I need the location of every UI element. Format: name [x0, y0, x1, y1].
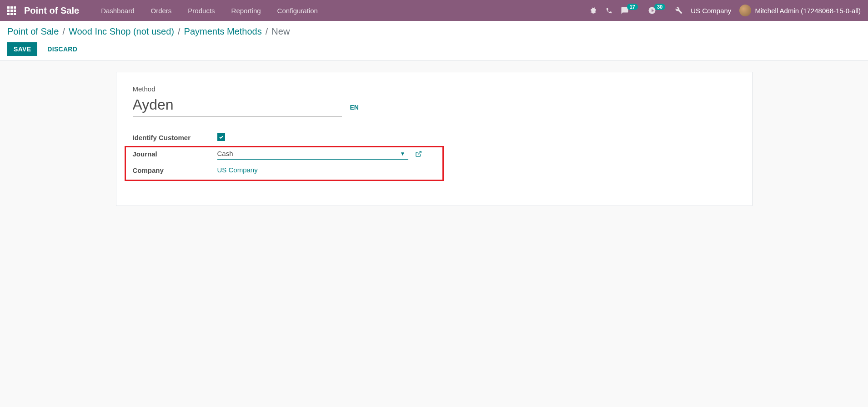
messages-badge: 17 [627, 4, 638, 10]
svg-line-0 [418, 151, 421, 154]
journal-label: Journal [133, 146, 217, 162]
nav-orders[interactable]: Orders [143, 7, 180, 15]
breadcrumb-sep: / [176, 26, 182, 37]
brand-title[interactable]: Point of Sale [24, 5, 79, 16]
activities-badge: 30 [654, 4, 665, 10]
debug-icon[interactable] [589, 6, 597, 15]
method-field-label: Method [133, 85, 736, 93]
breadcrumb-sep: / [264, 26, 270, 37]
caret-down-icon[interactable]: ▼ [400, 151, 406, 157]
user-menu[interactable]: Mitchell Admin (17248068-15-0-all) [739, 5, 861, 16]
save-button[interactable]: Save [7, 42, 37, 56]
form-sheet: Method EN Identify Customer Journal [116, 72, 753, 206]
breadcrumb: Point of Sale / Wood Inc Shop (not used)… [7, 26, 861, 37]
form-container: Method EN Identify Customer Journal [0, 61, 868, 217]
breadcrumb-current: New [271, 26, 290, 37]
discard-button[interactable]: Discard [43, 42, 82, 56]
activities-icon[interactable]: 30 [648, 6, 667, 15]
breadcrumb-shop[interactable]: Wood Inc Shop (not used) [69, 26, 174, 37]
nav-menu: Dashboard Orders Products Reporting Conf… [93, 7, 326, 15]
top-navbar: Point of Sale Dashboard Orders Products … [0, 0, 868, 21]
breadcrumb-payment-methods[interactable]: Payments Methods [184, 26, 262, 37]
phone-icon[interactable] [606, 7, 612, 14]
avatar [739, 5, 751, 16]
nav-products[interactable]: Products [180, 7, 223, 15]
external-link-icon[interactable] [415, 151, 422, 157]
company-link[interactable]: US Company [217, 166, 258, 174]
company-switcher[interactable]: US Company [691, 7, 731, 15]
company-label: Company [133, 162, 217, 178]
identify-customer-label: Identify Customer [133, 129, 217, 146]
identify-customer-checkbox[interactable] [217, 133, 225, 141]
apps-icon[interactable] [7, 6, 16, 15]
language-badge[interactable]: EN [350, 104, 359, 111]
nav-configuration[interactable]: Configuration [269, 7, 326, 15]
nav-reporting[interactable]: Reporting [223, 7, 269, 15]
journal-input[interactable] [217, 148, 408, 160]
method-name-input[interactable] [133, 95, 342, 116]
messages-icon[interactable]: 17 [621, 6, 640, 15]
breadcrumb-pos[interactable]: Point of Sale [7, 26, 59, 37]
breadcrumb-sep: / [60, 26, 67, 37]
tools-icon[interactable] [675, 7, 682, 14]
user-name-label: Mitchell Admin (17248068-15-0-all) [755, 7, 861, 15]
nav-dashboard[interactable]: Dashboard [93, 7, 142, 15]
control-panel: Point of Sale / Wood Inc Shop (not used)… [0, 21, 868, 61]
